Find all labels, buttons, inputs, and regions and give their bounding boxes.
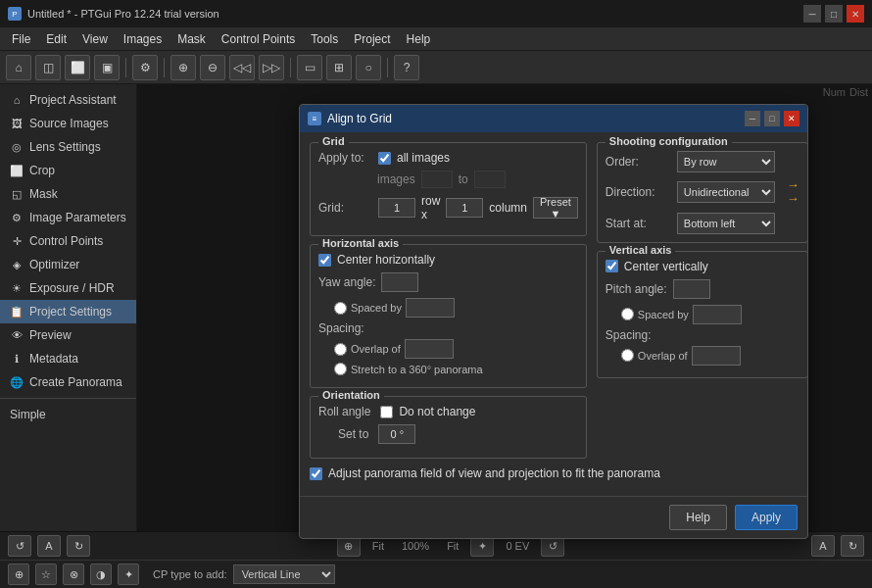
- toolbar-circle[interactable]: ○: [356, 55, 381, 80]
- toolbar-view1[interactable]: ▭: [297, 55, 322, 80]
- grid-label: Grid:: [318, 201, 372, 215]
- menu-images[interactable]: Images: [116, 30, 170, 48]
- direction-select[interactable]: Unidirectional Bidirectional: [677, 181, 775, 203]
- toolbar-prev[interactable]: ◁◁: [229, 55, 255, 80]
- center-vertically-checkbox[interactable]: [606, 260, 618, 272]
- sidebar-item-metadata[interactable]: ℹ Metadata: [0, 347, 136, 370]
- toolbar-zoom-out[interactable]: ⊖: [200, 55, 225, 80]
- grid-section: Grid Apply to: all images images to: [310, 142, 587, 236]
- toolbar-next[interactable]: ▷▷: [259, 55, 284, 80]
- dialog-close-button[interactable]: ✕: [784, 111, 799, 126]
- overlap-of-radio-v[interactable]: [621, 349, 634, 362]
- yaw-angle-row: Yaw angle:: [318, 272, 578, 292]
- all-images-checkbox[interactable]: [378, 152, 391, 165]
- statusbar-rotate-left[interactable]: ↺: [8, 535, 31, 557]
- sidebar-item-source-images[interactable]: 🖼 Source Images: [0, 112, 136, 135]
- direction-label: Direction:: [606, 185, 669, 199]
- apply-button[interactable]: Apply: [735, 505, 798, 530]
- lens-icon: ◎: [10, 140, 24, 154]
- help-button[interactable]: Help: [669, 505, 727, 530]
- sidebar-item-project-assistant[interactable]: ⌂ Project Assistant: [0, 88, 136, 112]
- toolbar-grid[interactable]: ⊞: [326, 55, 352, 80]
- start-at-select[interactable]: Bottom left Bottom right Top left Top ri…: [677, 213, 775, 234]
- maximize-button[interactable]: □: [825, 5, 843, 23]
- sidebar-item-mask[interactable]: ◱ Mask: [0, 182, 136, 206]
- statusbar-a2[interactable]: A: [811, 535, 835, 557]
- cp-type-select[interactable]: Vertical Line Horizontal Line Normal: [233, 564, 335, 584]
- statusbar-contrast-icon[interactable]: ◑: [90, 564, 112, 585]
- menu-control-points[interactable]: Control Points: [214, 30, 303, 48]
- statusbar-star-icon[interactable]: ☆: [35, 564, 57, 585]
- toolbar-help[interactable]: ?: [394, 55, 419, 80]
- spaced-by-value-v[interactable]: [693, 305, 742, 324]
- set-to-label: Set to: [338, 427, 368, 441]
- statusbar-target-icon[interactable]: ⊕: [8, 564, 29, 585]
- sidebar-item-image-parameters[interactable]: ⚙ Image Parameters: [0, 206, 136, 229]
- dialog-minimize-button[interactable]: ─: [745, 111, 760, 126]
- dialog-columns: Grid Apply to: all images images to: [310, 142, 798, 466]
- sidebar-simple[interactable]: Simple: [0, 403, 136, 426]
- menu-tools[interactable]: Tools: [303, 30, 346, 48]
- menu-mask[interactable]: Mask: [170, 30, 214, 48]
- overlap-of-value-v[interactable]: [692, 346, 741, 366]
- statusbar-rotate2[interactable]: ↻: [841, 535, 864, 557]
- yaw-angle-input[interactable]: [381, 272, 418, 292]
- to-label: to: [459, 172, 468, 186]
- sidebar-item-crop[interactable]: ⬜ Crop: [0, 159, 136, 182]
- overlap-of-value-h[interactable]: [405, 339, 454, 359]
- spaced-by-radio-v[interactable]: [621, 308, 634, 320]
- stretch-radio-h[interactable]: [334, 363, 347, 375]
- order-select[interactable]: By row By column: [677, 151, 775, 172]
- pitch-angle-input[interactable]: [673, 279, 710, 299]
- menu-view[interactable]: View: [74, 30, 116, 48]
- close-button[interactable]: ✕: [847, 5, 864, 23]
- overlap-of-radio-h[interactable]: [334, 343, 347, 356]
- toolbar-home[interactable]: ⌂: [6, 55, 31, 80]
- metadata-icon: ℹ: [10, 352, 24, 366]
- stretch-label-h: Stretch to a 360° panorama: [351, 364, 483, 375]
- dialog-maximize-button[interactable]: □: [764, 111, 780, 126]
- menu-help[interactable]: Help: [399, 30, 439, 48]
- sidebar-label-mask: Mask: [29, 187, 58, 201]
- toolbar-lens[interactable]: ⬜: [65, 55, 90, 80]
- toolbar-settings[interactable]: ⚙: [132, 55, 158, 80]
- toolbar-crop[interactable]: ▣: [94, 55, 120, 80]
- menu-file[interactable]: File: [4, 30, 38, 48]
- sidebar-item-project-settings[interactable]: 📋 Project Settings: [0, 300, 136, 323]
- minimize-button[interactable]: ─: [803, 5, 821, 23]
- spaced-by-row-v: Spaced by: [621, 305, 799, 324]
- statusbar-wand-icon[interactable]: ✦: [118, 564, 139, 585]
- titlebar-left: P Untitled * - PTGui Pro 12.24 trial ver…: [8, 7, 219, 21]
- adjust-label: Adjust panorama field of view and projec…: [328, 466, 660, 480]
- sidebar-item-lens-settings[interactable]: ◎ Lens Settings: [0, 135, 136, 159]
- shooting-config-section: Shooting configuration Order: By row By …: [597, 142, 808, 243]
- align-to-grid-dialog: ≡ Align to Grid ─ □ ✕: [299, 104, 808, 539]
- statusbar-a1[interactable]: A: [37, 535, 61, 557]
- spaced-by-radio-h[interactable]: [334, 302, 347, 315]
- sidebar-item-create-panorama[interactable]: 🌐 Create Panorama: [0, 370, 136, 394]
- project-settings-icon: 📋: [10, 305, 24, 318]
- menu-edit[interactable]: Edit: [38, 30, 74, 48]
- dialog-titlebar: ≡ Align to Grid ─ □ ✕: [300, 105, 807, 132]
- sidebar-item-optimizer[interactable]: ◈ Optimizer: [0, 253, 136, 276]
- statusbar-link-icon[interactable]: ⊗: [63, 564, 84, 585]
- overlap-of-label-v: Overlap of: [638, 350, 688, 362]
- statusbar: ↺ A ↻ ⊕ Fit 100% Fit ✦ 0 EV ↺ A ↻ ⊕ ☆ ⊗ …: [0, 531, 872, 588]
- toolbar-zoom-in[interactable]: ⊕: [170, 55, 196, 80]
- spacing-section-h: Spaced by Spacing: Overlap of: [318, 298, 578, 375]
- set-to-input[interactable]: [378, 424, 415, 444]
- sidebar-item-exposure-hdr[interactable]: ☀ Exposure / HDR: [0, 276, 136, 300]
- preset-button[interactable]: Preset ▼: [533, 197, 578, 219]
- adjust-checkbox[interactable]: [310, 467, 322, 480]
- shooting-config-label: Shooting configuration: [606, 135, 732, 147]
- statusbar-rotate-right[interactable]: ↻: [67, 535, 90, 557]
- grid-col-input[interactable]: [446, 198, 483, 218]
- toolbar-source[interactable]: ◫: [35, 55, 61, 80]
- sidebar-item-control-points[interactable]: ✛ Control Points: [0, 229, 136, 253]
- grid-row-input[interactable]: [378, 198, 415, 218]
- menu-project[interactable]: Project: [346, 30, 398, 48]
- do-not-change-checkbox[interactable]: [380, 406, 393, 418]
- center-horizontally-checkbox[interactable]: [318, 254, 331, 267]
- spaced-by-value-h[interactable]: [406, 298, 455, 318]
- sidebar-item-preview[interactable]: 👁 Preview: [0, 323, 136, 347]
